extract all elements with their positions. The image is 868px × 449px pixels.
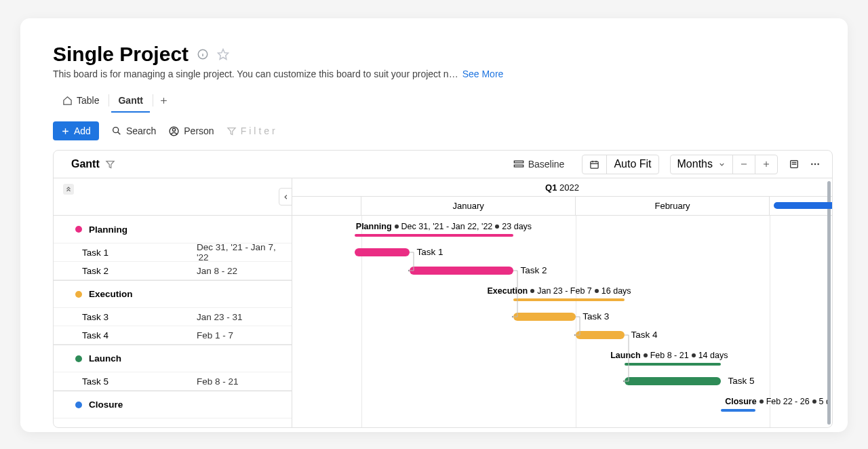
export-button[interactable]	[787, 156, 801, 172]
search-label: Search	[126, 125, 156, 136]
timeline-header: Q1 2022 JanuaryFebruary	[292, 178, 832, 216]
zoom-in-button[interactable]	[755, 155, 777, 174]
svg-point-26	[811, 163, 812, 165]
task-bar-label: Task 5	[728, 376, 754, 386]
filter-icon	[226, 126, 237, 136]
add-button-label: Add	[74, 125, 91, 136]
timeline-months: JanuaryFebruary	[292, 197, 832, 216]
group-summary: ClosureFeb 22 - 265 d	[725, 397, 831, 406]
group-bar[interactable]	[355, 234, 514, 237]
info-icon[interactable]	[197, 48, 209, 60]
task-name: Task 3	[75, 312, 190, 322]
group-summary: LaunchFeb 8 - 2114 days	[610, 351, 728, 360]
see-more-link[interactable]: See More	[462, 69, 504, 79]
collapse-pane-button[interactable]	[279, 188, 292, 206]
svg-line-9	[118, 132, 121, 135]
zoom-group: Months	[670, 155, 778, 174]
baseline-button[interactable]: Baseline	[508, 156, 570, 172]
plus-icon	[159, 96, 168, 105]
task-dates: Jan 23 - 31	[197, 312, 292, 322]
minus-icon	[740, 160, 748, 168]
group-summary: ExecutionJan 23 - Feb 716 days	[487, 286, 631, 296]
search-button[interactable]: Search	[111, 125, 156, 136]
period-label: Months	[677, 158, 713, 170]
task-name: Task 1	[75, 248, 190, 258]
app-card: Single Project This board is for managin…	[20, 18, 848, 432]
group-row[interactable]: Planning	[54, 216, 292, 243]
description-row: This board is for managing a single proj…	[53, 69, 815, 79]
funnel-icon[interactable]	[105, 159, 115, 170]
person-filter-button[interactable]: Person	[168, 125, 214, 137]
tab-add[interactable]	[153, 89, 175, 112]
group-bar[interactable]	[721, 409, 755, 412]
tab-table[interactable]: Table	[53, 89, 108, 112]
star-icon[interactable]	[217, 48, 229, 60]
filter-button[interactable]: Filter	[226, 125, 278, 136]
svg-marker-13	[106, 161, 114, 168]
task-bar-label: Task 2	[520, 265, 547, 275]
task-dates: Feb 8 - 21	[197, 376, 292, 387]
group-name: Launch	[89, 353, 292, 364]
month-cell: February	[576, 197, 770, 215]
task-name: Task 4	[75, 330, 190, 340]
baseline-icon	[513, 159, 524, 169]
group-row[interactable]: Closure	[54, 391, 292, 418]
filter-label: Filter	[241, 125, 278, 136]
task-dates: Dec 31, '21 - Jan 7, '22	[197, 242, 292, 262]
description-text: This board is for managing a single proj…	[53, 69, 458, 79]
group-bar[interactable]	[513, 298, 624, 301]
task-name: Task 2	[75, 266, 190, 276]
quarter-label: Q1	[545, 182, 557, 193]
group-name: Execution	[89, 289, 292, 299]
task-row[interactable]: Task 5Feb 8 - 21	[54, 372, 292, 391]
timeline-pane[interactable]: Q1 2022 JanuaryFebruary PlanningDec 31, …	[292, 178, 832, 427]
task-bar[interactable]	[576, 331, 624, 339]
timeline-quarter: Q1 2022	[292, 178, 832, 197]
task-name: Task 5	[75, 376, 190, 387]
svg-point-28	[817, 163, 818, 165]
chevron-left-icon	[282, 193, 290, 201]
add-button[interactable]: Add	[53, 121, 99, 140]
group-row[interactable]: Execution	[54, 280, 292, 308]
svg-point-11	[173, 128, 176, 131]
autofit-button[interactable]: Auto Fit	[607, 155, 658, 174]
task-bar[interactable]	[410, 267, 513, 275]
tab-gantt-label: Gantt	[118, 95, 143, 106]
svg-rect-14	[514, 161, 523, 163]
tab-table-label: Table	[77, 95, 99, 106]
person-icon	[168, 125, 180, 137]
task-bar[interactable]	[355, 248, 410, 256]
search-icon	[111, 125, 122, 136]
task-bar-label: Task 1	[416, 247, 443, 257]
group-row[interactable]: Launch	[54, 345, 292, 372]
baseline-label: Baseline	[528, 159, 565, 170]
task-dates: Feb 1 - 7	[197, 330, 292, 340]
task-row[interactable]: Task 3Jan 23 - 31	[54, 308, 292, 326]
task-row[interactable]: Task 2Jan 8 - 22	[54, 262, 292, 280]
group-bar[interactable]	[625, 363, 722, 366]
view-tabs: Table Gantt	[53, 89, 815, 112]
timeline-grid	[292, 216, 832, 427]
gantt-header: Gantt Baseline Auto Fit Months	[54, 151, 832, 178]
svg-rect-15	[514, 165, 523, 167]
more-menu-button[interactable]	[808, 156, 823, 172]
date-picker-button[interactable]	[583, 155, 607, 174]
tab-gantt[interactable]: Gantt	[108, 89, 153, 112]
svg-rect-16	[591, 161, 598, 168]
gantt-title: Gantt	[71, 158, 100, 170]
collapse-all-button[interactable]	[63, 184, 74, 195]
home-icon	[62, 96, 73, 106]
group-dot	[75, 291, 82, 298]
zoom-out-button[interactable]	[733, 155, 755, 174]
task-bar[interactable]	[625, 377, 722, 385]
period-select[interactable]: Months	[671, 155, 733, 174]
scrollbar-vertical[interactable]	[827, 181, 831, 425]
task-bar[interactable]	[513, 313, 576, 321]
task-row[interactable]: Task 1Dec 31, '21 - Jan 7, '22	[54, 243, 292, 262]
svg-point-8	[113, 128, 119, 133]
group-dot	[75, 226, 82, 233]
svg-marker-3	[218, 50, 229, 60]
group-name: Closure	[89, 399, 292, 410]
task-row[interactable]: Task 4Feb 1 - 7	[54, 326, 292, 345]
autofit-group: Auto Fit	[582, 155, 658, 174]
